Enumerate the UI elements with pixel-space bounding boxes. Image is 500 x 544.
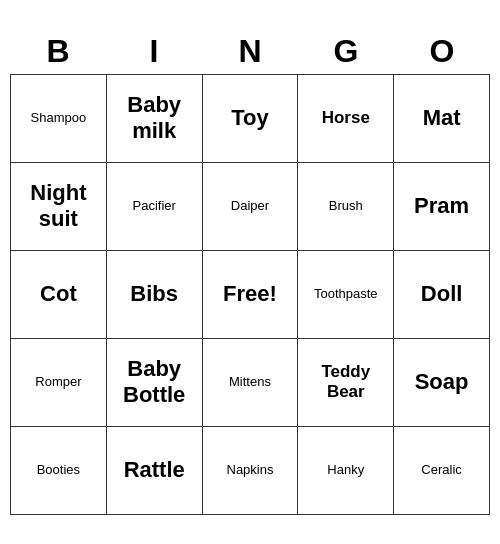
cell-4-3: Hanky [298, 426, 394, 514]
cell-1-3: Brush [298, 162, 394, 250]
bingo-header: BINGO [10, 29, 490, 74]
cell-3-0: Romper [11, 338, 107, 426]
cell-4-2: Napkins [202, 426, 298, 514]
header-letter: I [106, 29, 202, 74]
header-letter: B [10, 29, 106, 74]
header-letter: N [202, 29, 298, 74]
table-row: RomperBaby BottleMittensTeddy BearSoap [11, 338, 490, 426]
cell-3-3: Teddy Bear [298, 338, 394, 426]
cell-3-4: Soap [394, 338, 490, 426]
cell-3-1: Baby Bottle [106, 338, 202, 426]
cell-4-4: Ceralic [394, 426, 490, 514]
table-row: CotBibsFree!ToothpasteDoll [11, 250, 490, 338]
cell-0-1: Baby milk [106, 74, 202, 162]
cell-0-4: Mat [394, 74, 490, 162]
cell-2-3: Toothpaste [298, 250, 394, 338]
cell-4-1: Rattle [106, 426, 202, 514]
cell-1-0: Night suit [11, 162, 107, 250]
cell-2-2: Free! [202, 250, 298, 338]
table-row: Night suitPacifierDaiperBrushPram [11, 162, 490, 250]
header-letter: O [394, 29, 490, 74]
header-letter: G [298, 29, 394, 74]
cell-0-2: Toy [202, 74, 298, 162]
table-row: ShampooBaby milkToyHorseMat [11, 74, 490, 162]
cell-1-2: Daiper [202, 162, 298, 250]
cell-2-4: Doll [394, 250, 490, 338]
table-row: BootiesRattleNapkinsHankyCeralic [11, 426, 490, 514]
cell-2-1: Bibs [106, 250, 202, 338]
cell-0-0: Shampoo [11, 74, 107, 162]
cell-2-0: Cot [11, 250, 107, 338]
cell-4-0: Booties [11, 426, 107, 514]
cell-1-1: Pacifier [106, 162, 202, 250]
cell-0-3: Horse [298, 74, 394, 162]
bingo-grid: ShampooBaby milkToyHorseMatNight suitPac… [10, 74, 490, 515]
cell-3-2: Mittens [202, 338, 298, 426]
cell-1-4: Pram [394, 162, 490, 250]
